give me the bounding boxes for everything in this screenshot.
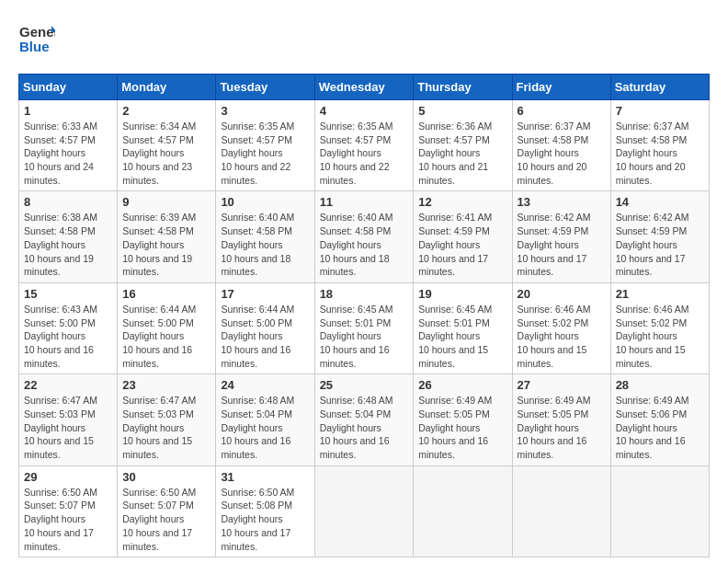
calendar-day-cell: 15Sunrise: 6:43 AMSunset: 5:00 PMDayligh… xyxy=(19,282,118,373)
calendar-day-cell: 10Sunrise: 6:40 AMSunset: 4:58 PMDayligh… xyxy=(216,191,314,282)
calendar-day-cell: 19Sunrise: 6:45 AMSunset: 5:01 PMDayligh… xyxy=(414,282,512,373)
day-info: Sunrise: 6:38 AMSunset: 4:58 PMDaylight … xyxy=(24,211,112,278)
calendar-day-cell: 8Sunrise: 6:38 AMSunset: 4:58 PMDaylight… xyxy=(19,191,118,282)
calendar-day-cell xyxy=(314,465,414,557)
day-number: 14 xyxy=(616,195,704,209)
day-number: 23 xyxy=(122,378,210,392)
day-number: 19 xyxy=(418,287,506,301)
calendar-day-cell: 14Sunrise: 6:42 AMSunset: 4:59 PMDayligh… xyxy=(610,191,709,282)
calendar-day-cell: 24Sunrise: 6:48 AMSunset: 5:04 PMDayligh… xyxy=(216,374,314,465)
day-number: 5 xyxy=(418,104,506,118)
day-info: Sunrise: 6:36 AMSunset: 4:57 PMDaylight … xyxy=(418,120,506,187)
calendar-day-cell: 9Sunrise: 6:39 AMSunset: 4:58 PMDaylight… xyxy=(118,191,216,282)
day-number: 17 xyxy=(221,287,309,301)
weekday-header: Monday xyxy=(118,75,216,100)
day-number: 24 xyxy=(221,378,309,392)
day-number: 25 xyxy=(320,378,409,392)
calendar-day-cell xyxy=(610,465,709,557)
day-info: Sunrise: 6:34 AMSunset: 4:57 PMDaylight … xyxy=(122,120,210,187)
calendar-day-cell: 16Sunrise: 6:44 AMSunset: 5:00 PMDayligh… xyxy=(118,282,216,373)
calendar-day-cell xyxy=(414,465,512,557)
calendar-day-cell: 11Sunrise: 6:40 AMSunset: 4:58 PMDayligh… xyxy=(314,191,414,282)
calendar-day-cell: 6Sunrise: 6:37 AMSunset: 4:58 PMDaylight… xyxy=(512,100,610,191)
calendar-day-cell: 5Sunrise: 6:36 AMSunset: 4:57 PMDaylight… xyxy=(414,100,512,191)
logo: General Blue xyxy=(18,18,55,59)
day-info: Sunrise: 6:50 AMSunset: 5:08 PMDaylight … xyxy=(221,486,309,553)
weekday-header: Saturday xyxy=(610,75,709,100)
day-info: Sunrise: 6:45 AMSunset: 5:01 PMDaylight … xyxy=(418,303,506,370)
calendar-day-cell xyxy=(512,465,610,557)
day-info: Sunrise: 6:40 AMSunset: 4:58 PMDaylight … xyxy=(221,211,309,278)
day-info: Sunrise: 6:41 AMSunset: 4:59 PMDaylight … xyxy=(418,211,506,278)
day-number: 3 xyxy=(221,104,309,118)
day-info: Sunrise: 6:35 AMSunset: 4:57 PMDaylight … xyxy=(320,120,409,187)
day-info: Sunrise: 6:44 AMSunset: 5:00 PMDaylight … xyxy=(122,303,210,370)
calendar-week-row: 1Sunrise: 6:33 AMSunset: 4:57 PMDaylight… xyxy=(19,100,710,191)
day-number: 18 xyxy=(320,287,409,301)
day-number: 13 xyxy=(518,195,606,209)
logo-svg: General Blue xyxy=(18,18,55,59)
day-number: 4 xyxy=(320,104,409,118)
day-info: Sunrise: 6:50 AMSunset: 5:07 PMDaylight … xyxy=(24,486,112,553)
day-info: Sunrise: 6:48 AMSunset: 5:04 PMDaylight … xyxy=(320,394,409,461)
calendar-day-cell: 13Sunrise: 6:42 AMSunset: 4:59 PMDayligh… xyxy=(512,191,610,282)
day-info: Sunrise: 6:45 AMSunset: 5:01 PMDaylight … xyxy=(320,303,409,370)
calendar-week-row: 22Sunrise: 6:47 AMSunset: 5:03 PMDayligh… xyxy=(19,374,710,465)
weekday-header: Thursday xyxy=(414,75,512,100)
day-info: Sunrise: 6:49 AMSunset: 5:06 PMDaylight … xyxy=(616,394,704,461)
calendar-day-cell: 2Sunrise: 6:34 AMSunset: 4:57 PMDaylight… xyxy=(118,100,216,191)
day-info: Sunrise: 6:33 AMSunset: 4:57 PMDaylight … xyxy=(24,120,112,187)
day-number: 21 xyxy=(616,287,704,301)
weekday-header: Sunday xyxy=(19,75,118,100)
day-number: 26 xyxy=(418,378,506,392)
day-info: Sunrise: 6:37 AMSunset: 4:58 PMDaylight … xyxy=(616,120,704,187)
day-info: Sunrise: 6:40 AMSunset: 4:58 PMDaylight … xyxy=(320,211,409,278)
day-number: 29 xyxy=(24,470,112,484)
weekday-header: Wednesday xyxy=(314,75,414,100)
calendar-week-row: 8Sunrise: 6:38 AMSunset: 4:58 PMDaylight… xyxy=(19,191,710,282)
calendar-day-cell: 18Sunrise: 6:45 AMSunset: 5:01 PMDayligh… xyxy=(314,282,414,373)
day-info: Sunrise: 6:49 AMSunset: 5:05 PMDaylight … xyxy=(518,394,606,461)
day-info: Sunrise: 6:47 AMSunset: 5:03 PMDaylight … xyxy=(24,394,112,461)
calendar-day-cell: 28Sunrise: 6:49 AMSunset: 5:06 PMDayligh… xyxy=(610,374,709,465)
calendar-week-row: 15Sunrise: 6:43 AMSunset: 5:00 PMDayligh… xyxy=(19,282,710,373)
calendar-table: SundayMondayTuesdayWednesdayThursdayFrid… xyxy=(18,74,710,557)
day-number: 12 xyxy=(418,195,506,209)
svg-text:Blue: Blue xyxy=(19,39,50,54)
calendar-header-row: SundayMondayTuesdayWednesdayThursdayFrid… xyxy=(19,75,710,100)
day-number: 9 xyxy=(122,195,210,209)
page-header: General Blue xyxy=(18,18,710,59)
day-info: Sunrise: 6:46 AMSunset: 5:02 PMDaylight … xyxy=(518,303,606,370)
day-number: 31 xyxy=(221,470,309,484)
day-info: Sunrise: 6:50 AMSunset: 5:07 PMDaylight … xyxy=(122,486,210,553)
day-info: Sunrise: 6:35 AMSunset: 4:57 PMDaylight … xyxy=(221,120,309,187)
calendar-body: 1Sunrise: 6:33 AMSunset: 4:57 PMDaylight… xyxy=(19,100,710,557)
day-info: Sunrise: 6:47 AMSunset: 5:03 PMDaylight … xyxy=(122,394,210,461)
calendar-day-cell: 3Sunrise: 6:35 AMSunset: 4:57 PMDaylight… xyxy=(216,100,314,191)
weekday-header: Tuesday xyxy=(216,75,314,100)
calendar-day-cell: 30Sunrise: 6:50 AMSunset: 5:07 PMDayligh… xyxy=(118,465,216,557)
calendar-day-cell: 27Sunrise: 6:49 AMSunset: 5:05 PMDayligh… xyxy=(512,374,610,465)
weekday-header: Friday xyxy=(512,75,610,100)
calendar-day-cell: 1Sunrise: 6:33 AMSunset: 4:57 PMDaylight… xyxy=(19,100,118,191)
day-number: 11 xyxy=(320,195,409,209)
calendar-week-row: 29Sunrise: 6:50 AMSunset: 5:07 PMDayligh… xyxy=(19,465,710,557)
day-info: Sunrise: 6:42 AMSunset: 4:59 PMDaylight … xyxy=(616,211,704,278)
day-number: 15 xyxy=(24,287,112,301)
day-number: 20 xyxy=(518,287,606,301)
calendar-day-cell: 23Sunrise: 6:47 AMSunset: 5:03 PMDayligh… xyxy=(118,374,216,465)
day-info: Sunrise: 6:37 AMSunset: 4:58 PMDaylight … xyxy=(518,120,606,187)
day-info: Sunrise: 6:48 AMSunset: 5:04 PMDaylight … xyxy=(221,394,309,461)
day-info: Sunrise: 6:43 AMSunset: 5:00 PMDaylight … xyxy=(24,303,112,370)
day-number: 7 xyxy=(616,104,704,118)
day-number: 30 xyxy=(122,470,210,484)
day-number: 2 xyxy=(122,104,210,118)
day-number: 28 xyxy=(616,378,704,392)
calendar-day-cell: 7Sunrise: 6:37 AMSunset: 4:58 PMDaylight… xyxy=(610,100,709,191)
day-number: 10 xyxy=(221,195,309,209)
calendar-day-cell: 25Sunrise: 6:48 AMSunset: 5:04 PMDayligh… xyxy=(314,374,414,465)
calendar-day-cell: 4Sunrise: 6:35 AMSunset: 4:57 PMDaylight… xyxy=(314,100,414,191)
day-number: 27 xyxy=(518,378,606,392)
calendar-day-cell: 21Sunrise: 6:46 AMSunset: 5:02 PMDayligh… xyxy=(610,282,709,373)
calendar-day-cell: 26Sunrise: 6:49 AMSunset: 5:05 PMDayligh… xyxy=(414,374,512,465)
